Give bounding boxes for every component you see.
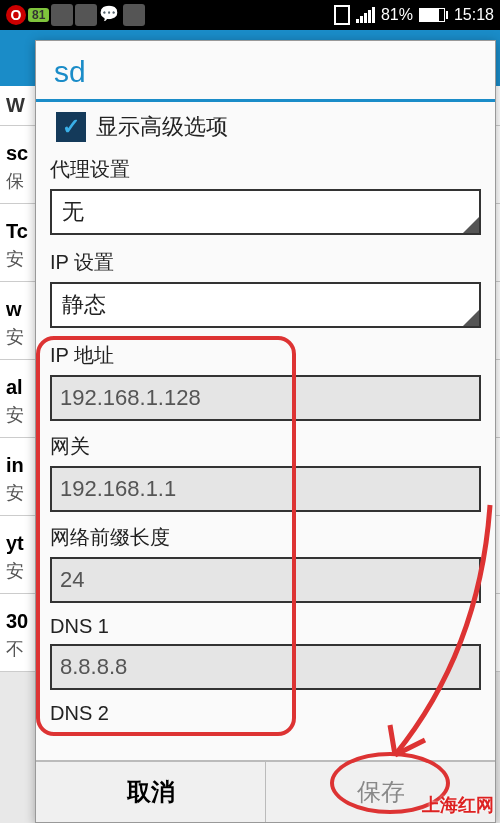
opera-icon: O <box>6 5 26 25</box>
ip-settings-select[interactable]: 静态 <box>50 282 481 328</box>
clock: 15:18 <box>454 6 494 24</box>
gateway-input[interactable]: 192.168.1.1 <box>50 466 481 512</box>
status-left: O 81 💬 <box>6 4 145 26</box>
avatar-icon <box>51 4 73 26</box>
prefix-input[interactable]: 24 <box>50 557 481 603</box>
watermark: 上海红网 <box>422 793 494 817</box>
proxy-value: 无 <box>62 197 84 227</box>
vibrate-icon <box>334 5 350 25</box>
signal-icon <box>356 7 375 23</box>
advanced-options-label: 显示高级选项 <box>96 112 228 142</box>
ip-settings-label: IP 设置 <box>50 249 481 276</box>
dropdown-icon <box>463 310 479 326</box>
dns1-input[interactable]: 8.8.8.8 <box>50 644 481 690</box>
avatar-icon <box>75 4 97 26</box>
proxy-select[interactable]: 无 <box>50 189 481 235</box>
wifi-config-dialog: sd ✓ 显示高级选项 代理设置 无 IP 设置 静态 IP 地址 192.16… <box>35 40 496 823</box>
qq-badge-icon: 81 <box>28 8 49 22</box>
dialog-title: sd <box>36 41 495 99</box>
avatar-icon <box>123 4 145 26</box>
status-bar: O 81 💬 81% 15:18 <box>0 0 500 30</box>
proxy-label: 代理设置 <box>50 156 481 183</box>
ip-address-label: IP 地址 <box>50 342 481 369</box>
dns2-label: DNS 2 <box>50 702 481 725</box>
advanced-options-row[interactable]: ✓ 显示高级选项 <box>56 112 481 142</box>
prefix-label: 网络前缀长度 <box>50 524 481 551</box>
cancel-button[interactable]: 取消 <box>36 762 266 822</box>
ip-address-input[interactable]: 192.168.1.128 <box>50 375 481 421</box>
gateway-label: 网关 <box>50 433 481 460</box>
battery-percent: 81% <box>381 6 413 24</box>
dns1-label: DNS 1 <box>50 615 481 638</box>
ip-settings-value: 静态 <box>62 290 106 320</box>
dialog-body: ✓ 显示高级选项 代理设置 无 IP 设置 静态 IP 地址 192.168.1… <box>36 102 495 760</box>
checkbox-checked-icon[interactable]: ✓ <box>56 112 86 142</box>
status-right: 81% 15:18 <box>334 5 494 25</box>
battery-icon <box>419 8 448 22</box>
dropdown-icon <box>463 217 479 233</box>
wechat-icon: 💬 <box>99 4 121 26</box>
